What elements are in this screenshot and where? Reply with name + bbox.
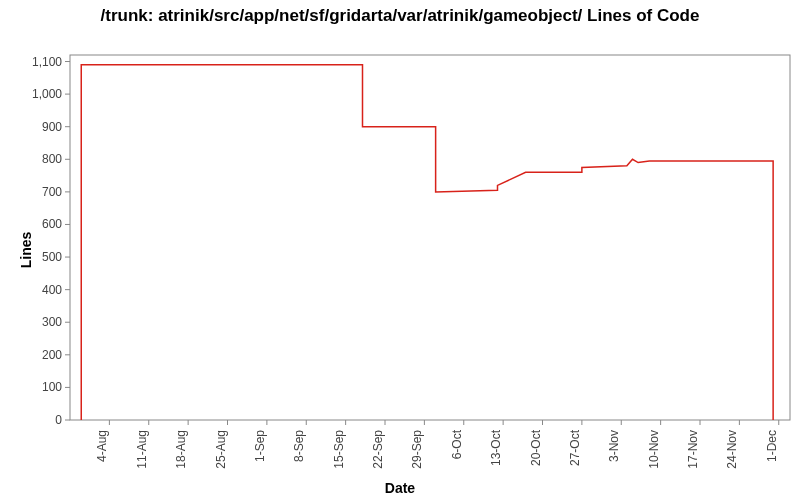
- y-tick-label: 900: [42, 120, 62, 134]
- x-tick-label: 8-Sep: [292, 430, 306, 462]
- chart-svg: 01002003004005006007008009001,0001,1004-…: [0, 0, 800, 500]
- y-tick-label: 800: [42, 152, 62, 166]
- x-tick-label: 1-Dec: [765, 430, 779, 462]
- y-tick-label: 0: [55, 413, 62, 427]
- x-tick-label: 24-Nov: [725, 430, 739, 469]
- x-tick-label: 22-Sep: [371, 430, 385, 469]
- x-tick-label: 4-Aug: [95, 430, 109, 462]
- x-tick-label: 17-Nov: [686, 430, 700, 469]
- y-tick-label: 400: [42, 283, 62, 297]
- y-tick-label: 700: [42, 185, 62, 199]
- x-tick-label: 27-Oct: [568, 429, 582, 466]
- y-tick-label: 100: [42, 380, 62, 394]
- y-tick-label: 1,000: [32, 87, 62, 101]
- y-axis-label: Lines: [18, 232, 34, 269]
- x-tick-label: 11-Aug: [135, 430, 149, 469]
- y-tick-label: 1,100: [32, 55, 62, 69]
- x-tick-label: 10-Nov: [647, 430, 661, 469]
- x-axis-label: Date: [0, 480, 800, 496]
- y-tick-label: 200: [42, 348, 62, 362]
- y-tick-label: 600: [42, 217, 62, 231]
- data-series-line: [81, 65, 773, 420]
- x-tick-label: 1-Sep: [253, 430, 267, 462]
- x-tick-label: 29-Sep: [410, 430, 424, 469]
- x-tick-label: 25-Aug: [214, 430, 228, 469]
- x-tick-label: 3-Nov: [607, 430, 621, 462]
- x-tick-label: 18-Aug: [174, 430, 188, 469]
- chart-title: /trunk: atrinik/src/app/net/sf/gridarta/…: [0, 6, 800, 26]
- plot-area: [70, 55, 790, 420]
- x-tick-label: 15-Sep: [332, 430, 346, 469]
- x-tick-label: 20-Oct: [529, 429, 543, 466]
- x-tick-label: 6-Oct: [450, 429, 464, 459]
- y-tick-label: 500: [42, 250, 62, 264]
- chart-container: /trunk: atrinik/src/app/net/sf/gridarta/…: [0, 0, 800, 500]
- x-tick-label: 13-Oct: [489, 429, 503, 466]
- y-tick-label: 300: [42, 315, 62, 329]
